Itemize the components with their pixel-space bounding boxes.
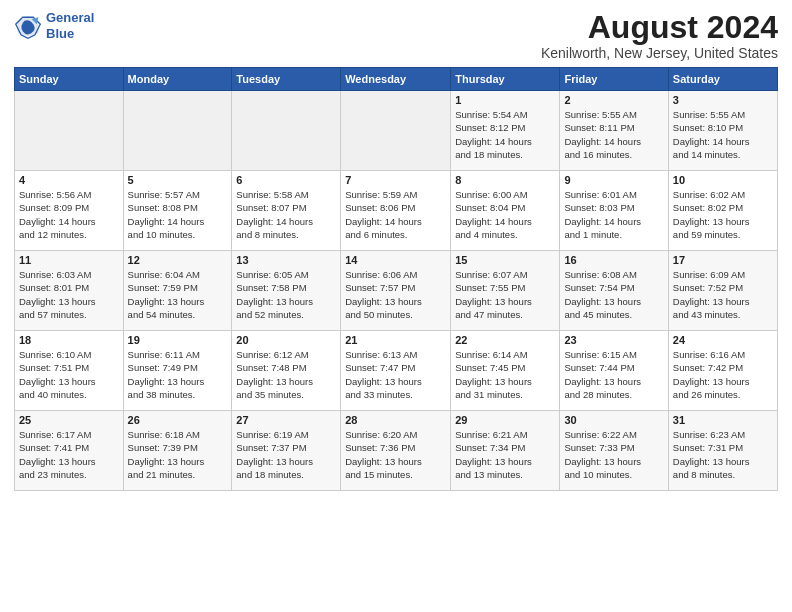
day-number: 16 (564, 254, 663, 266)
day-number: 22 (455, 334, 555, 346)
calendar-cell: 3Sunrise: 5:55 AM Sunset: 8:10 PM Daylig… (668, 91, 777, 171)
day-info: Sunrise: 6:03 AM Sunset: 8:01 PM Dayligh… (19, 268, 119, 321)
day-number: 23 (564, 334, 663, 346)
day-info: Sunrise: 5:56 AM Sunset: 8:09 PM Dayligh… (19, 188, 119, 241)
calendar-cell: 19Sunrise: 6:11 AM Sunset: 7:49 PM Dayli… (123, 331, 232, 411)
day-info: Sunrise: 6:17 AM Sunset: 7:41 PM Dayligh… (19, 428, 119, 481)
day-info: Sunrise: 5:54 AM Sunset: 8:12 PM Dayligh… (455, 108, 555, 161)
day-number: 6 (236, 174, 336, 186)
calendar-cell (15, 91, 124, 171)
calendar-cell: 23Sunrise: 6:15 AM Sunset: 7:44 PM Dayli… (560, 331, 668, 411)
calendar-cell: 28Sunrise: 6:20 AM Sunset: 7:36 PM Dayli… (341, 411, 451, 491)
day-info: Sunrise: 6:19 AM Sunset: 7:37 PM Dayligh… (236, 428, 336, 481)
day-number: 3 (673, 94, 773, 106)
calendar-cell: 27Sunrise: 6:19 AM Sunset: 7:37 PM Dayli… (232, 411, 341, 491)
day-info: Sunrise: 6:21 AM Sunset: 7:34 PM Dayligh… (455, 428, 555, 481)
calendar-cell: 31Sunrise: 6:23 AM Sunset: 7:31 PM Dayli… (668, 411, 777, 491)
calendar-cell: 16Sunrise: 6:08 AM Sunset: 7:54 PM Dayli… (560, 251, 668, 331)
calendar-cell: 21Sunrise: 6:13 AM Sunset: 7:47 PM Dayli… (341, 331, 451, 411)
weekday-header-saturday: Saturday (668, 68, 777, 91)
day-number: 27 (236, 414, 336, 426)
day-number: 14 (345, 254, 446, 266)
day-info: Sunrise: 6:09 AM Sunset: 7:52 PM Dayligh… (673, 268, 773, 321)
day-number: 20 (236, 334, 336, 346)
day-number: 19 (128, 334, 228, 346)
sub-title: Kenilworth, New Jersey, United States (541, 45, 778, 61)
logo-icon (14, 12, 42, 40)
calendar-cell: 25Sunrise: 6:17 AM Sunset: 7:41 PM Dayli… (15, 411, 124, 491)
week-row-1: 1Sunrise: 5:54 AM Sunset: 8:12 PM Daylig… (15, 91, 778, 171)
week-row-4: 18Sunrise: 6:10 AM Sunset: 7:51 PM Dayli… (15, 331, 778, 411)
day-info: Sunrise: 6:05 AM Sunset: 7:58 PM Dayligh… (236, 268, 336, 321)
logo-text: General Blue (46, 10, 94, 41)
calendar-cell: 4Sunrise: 5:56 AM Sunset: 8:09 PM Daylig… (15, 171, 124, 251)
week-row-2: 4Sunrise: 5:56 AM Sunset: 8:09 PM Daylig… (15, 171, 778, 251)
calendar-cell (341, 91, 451, 171)
day-info: Sunrise: 6:18 AM Sunset: 7:39 PM Dayligh… (128, 428, 228, 481)
day-number: 4 (19, 174, 119, 186)
day-number: 13 (236, 254, 336, 266)
weekday-header-sunday: Sunday (15, 68, 124, 91)
day-number: 29 (455, 414, 555, 426)
day-info: Sunrise: 6:14 AM Sunset: 7:45 PM Dayligh… (455, 348, 555, 401)
calendar-cell: 18Sunrise: 6:10 AM Sunset: 7:51 PM Dayli… (15, 331, 124, 411)
day-info: Sunrise: 6:06 AM Sunset: 7:57 PM Dayligh… (345, 268, 446, 321)
day-number: 25 (19, 414, 119, 426)
day-info: Sunrise: 5:59 AM Sunset: 8:06 PM Dayligh… (345, 188, 446, 241)
day-info: Sunrise: 6:22 AM Sunset: 7:33 PM Dayligh… (564, 428, 663, 481)
day-info: Sunrise: 5:57 AM Sunset: 8:08 PM Dayligh… (128, 188, 228, 241)
calendar-cell: 15Sunrise: 6:07 AM Sunset: 7:55 PM Dayli… (451, 251, 560, 331)
calendar-cell (232, 91, 341, 171)
weekday-header-thursday: Thursday (451, 68, 560, 91)
day-info: Sunrise: 6:02 AM Sunset: 8:02 PM Dayligh… (673, 188, 773, 241)
day-number: 24 (673, 334, 773, 346)
day-info: Sunrise: 6:01 AM Sunset: 8:03 PM Dayligh… (564, 188, 663, 241)
day-info: Sunrise: 6:04 AM Sunset: 7:59 PM Dayligh… (128, 268, 228, 321)
day-number: 26 (128, 414, 228, 426)
calendar-cell: 1Sunrise: 5:54 AM Sunset: 8:12 PM Daylig… (451, 91, 560, 171)
day-info: Sunrise: 6:00 AM Sunset: 8:04 PM Dayligh… (455, 188, 555, 241)
day-number: 8 (455, 174, 555, 186)
calendar-cell: 24Sunrise: 6:16 AM Sunset: 7:42 PM Dayli… (668, 331, 777, 411)
day-info: Sunrise: 6:08 AM Sunset: 7:54 PM Dayligh… (564, 268, 663, 321)
calendar-cell: 11Sunrise: 6:03 AM Sunset: 8:01 PM Dayli… (15, 251, 124, 331)
main-title: August 2024 (541, 10, 778, 45)
calendar-cell: 6Sunrise: 5:58 AM Sunset: 8:07 PM Daylig… (232, 171, 341, 251)
day-number: 30 (564, 414, 663, 426)
day-number: 7 (345, 174, 446, 186)
weekday-header-tuesday: Tuesday (232, 68, 341, 91)
day-info: Sunrise: 6:12 AM Sunset: 7:48 PM Dayligh… (236, 348, 336, 401)
weekday-header-row: SundayMondayTuesdayWednesdayThursdayFrid… (15, 68, 778, 91)
day-number: 28 (345, 414, 446, 426)
calendar: SundayMondayTuesdayWednesdayThursdayFrid… (14, 67, 778, 491)
day-number: 12 (128, 254, 228, 266)
day-number: 15 (455, 254, 555, 266)
calendar-cell: 20Sunrise: 6:12 AM Sunset: 7:48 PM Dayli… (232, 331, 341, 411)
week-row-3: 11Sunrise: 6:03 AM Sunset: 8:01 PM Dayli… (15, 251, 778, 331)
calendar-cell: 8Sunrise: 6:00 AM Sunset: 8:04 PM Daylig… (451, 171, 560, 251)
day-info: Sunrise: 5:55 AM Sunset: 8:10 PM Dayligh… (673, 108, 773, 161)
calendar-cell (123, 91, 232, 171)
weekday-header-friday: Friday (560, 68, 668, 91)
title-block: August 2024 Kenilworth, New Jersey, Unit… (541, 10, 778, 61)
calendar-cell: 26Sunrise: 6:18 AM Sunset: 7:39 PM Dayli… (123, 411, 232, 491)
day-info: Sunrise: 6:15 AM Sunset: 7:44 PM Dayligh… (564, 348, 663, 401)
weekday-header-wednesday: Wednesday (341, 68, 451, 91)
day-info: Sunrise: 6:23 AM Sunset: 7:31 PM Dayligh… (673, 428, 773, 481)
day-number: 21 (345, 334, 446, 346)
calendar-cell: 12Sunrise: 6:04 AM Sunset: 7:59 PM Dayli… (123, 251, 232, 331)
header: General Blue August 2024 Kenilworth, New… (14, 10, 778, 61)
weekday-header-monday: Monday (123, 68, 232, 91)
day-info: Sunrise: 5:55 AM Sunset: 8:11 PM Dayligh… (564, 108, 663, 161)
calendar-cell: 9Sunrise: 6:01 AM Sunset: 8:03 PM Daylig… (560, 171, 668, 251)
day-info: Sunrise: 5:58 AM Sunset: 8:07 PM Dayligh… (236, 188, 336, 241)
day-number: 5 (128, 174, 228, 186)
day-info: Sunrise: 6:11 AM Sunset: 7:49 PM Dayligh… (128, 348, 228, 401)
calendar-cell: 10Sunrise: 6:02 AM Sunset: 8:02 PM Dayli… (668, 171, 777, 251)
calendar-cell: 13Sunrise: 6:05 AM Sunset: 7:58 PM Dayli… (232, 251, 341, 331)
week-row-5: 25Sunrise: 6:17 AM Sunset: 7:41 PM Dayli… (15, 411, 778, 491)
day-info: Sunrise: 6:07 AM Sunset: 7:55 PM Dayligh… (455, 268, 555, 321)
day-info: Sunrise: 6:20 AM Sunset: 7:36 PM Dayligh… (345, 428, 446, 481)
day-info: Sunrise: 6:16 AM Sunset: 7:42 PM Dayligh… (673, 348, 773, 401)
calendar-cell: 29Sunrise: 6:21 AM Sunset: 7:34 PM Dayli… (451, 411, 560, 491)
